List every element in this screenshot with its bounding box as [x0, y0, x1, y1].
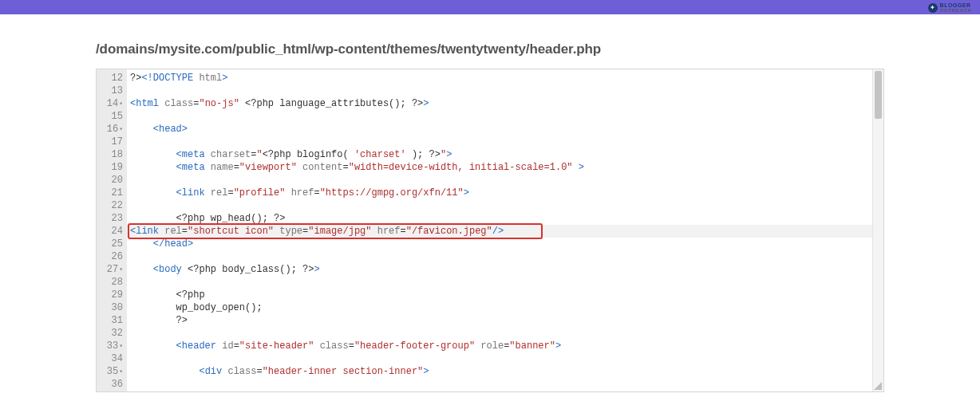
line-number: 35 [97, 365, 127, 378]
line-number: 17 [97, 136, 127, 148]
code-line-highlighted: <link rel="shortcut icon" type="image/jp… [127, 225, 872, 238]
line-number: 25 [97, 238, 127, 250]
line-number: 36 [97, 378, 127, 391]
line-number: 21 [97, 187, 127, 199]
line-number: 14 [97, 97, 127, 110]
file-path-breadcrumb: /domains/mysite.com/public_html/wp-conte… [96, 41, 884, 57]
line-number: 30 [97, 301, 127, 314]
code-line: <body <?php body_class(); ?>> [127, 263, 872, 276]
code-line: <meta name="viewport" content="width=dev… [127, 161, 872, 174]
code-line: <?php [127, 289, 872, 301]
line-number: 19 [97, 161, 127, 174]
logo-line1: BLOGGER [940, 2, 972, 8]
code-line [127, 250, 872, 263]
line-number: 12 [97, 72, 127, 85]
line-number: 22 [97, 199, 127, 212]
code-area[interactable]: ?><!DOCTYPE html> <html class="no-js" <?… [127, 69, 872, 391]
scroll-thumb[interactable] [875, 71, 882, 119]
line-number: 23 [97, 212, 127, 225]
vertical-scrollbar[interactable] [872, 69, 883, 391]
code-line: ?><!DOCTYPE html> [127, 72, 872, 85]
line-number: 13 [97, 85, 127, 97]
logo-badge-icon: ✦ [928, 3, 938, 13]
code-line: <html class="no-js" <?php language_attri… [127, 97, 872, 110]
line-number: 16 [97, 123, 127, 136]
code-line [127, 174, 872, 187]
code-line [127, 136, 872, 148]
line-number: 18 [97, 148, 127, 161]
code-line [127, 110, 872, 123]
code-line: wp_body_open(); [127, 301, 872, 314]
logo: ✦ BLOGGER OUTREACH [928, 2, 972, 13]
line-number: 20 [97, 174, 127, 187]
code-line [127, 327, 872, 340]
code-line: <header id="site-header" class="header-f… [127, 340, 872, 352]
code-line [127, 378, 872, 391]
line-number: 34 [97, 352, 127, 365]
line-number: 33 [97, 340, 127, 352]
line-number-gutter: 1213141516171819202122232425262728293031… [97, 69, 127, 391]
code-line: </head> [127, 238, 872, 250]
code-line [127, 199, 872, 212]
code-line: <meta charset="<?php bloginfo( 'charset'… [127, 148, 872, 161]
code-line [127, 276, 872, 289]
code-editor[interactable]: 1213141516171819202122232425262728293031… [96, 69, 884, 392]
top-brand-bar: ✦ BLOGGER OUTREACH [0, 0, 980, 14]
code-line: <div class="header-inner section-inner"> [127, 365, 872, 378]
line-number: 27 [97, 263, 127, 276]
code-line: <link rel="profile" href="https://gmpg.o… [127, 187, 872, 199]
code-line: <?php wp_head(); ?> [127, 212, 872, 225]
code-line [127, 352, 872, 365]
resize-grip-icon[interactable] [874, 382, 882, 390]
code-line [127, 85, 872, 97]
line-number: 32 [97, 327, 127, 340]
line-number: 29 [97, 289, 127, 301]
line-number: 26 [97, 250, 127, 263]
line-number: 28 [97, 276, 127, 289]
code-line: <head> [127, 123, 872, 136]
code-line: ?> [127, 314, 872, 327]
logo-line2: OUTREACH [940, 8, 972, 13]
line-number: 15 [97, 110, 127, 123]
line-number: 31 [97, 314, 127, 327]
line-number: 24 [97, 225, 127, 238]
